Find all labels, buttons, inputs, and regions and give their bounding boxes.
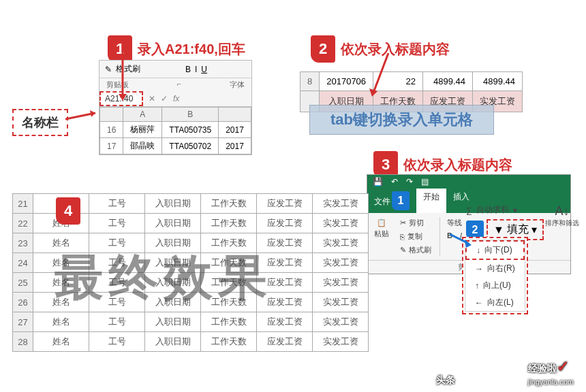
- namebar-label: 名称栏: [12, 109, 68, 136]
- fill-down-icon: ▼: [493, 224, 504, 236]
- arrow-to-namebox: [65, 109, 106, 129]
- paste-button[interactable]: 📋 粘贴: [371, 217, 392, 240]
- arrow-step1-down: [116, 52, 129, 106]
- fill-left-item[interactable]: ←向左(L): [465, 294, 525, 311]
- step3-title: 依次录入标题内容: [403, 156, 512, 174]
- fill-right-item[interactable]: →向右(R): [465, 260, 525, 277]
- check-icon: ✓: [557, 358, 569, 375]
- scissors-icon: ✂: [400, 218, 406, 227]
- sort-filter-button[interactable]: A↓ 排序和筛选: [545, 204, 579, 228]
- touch-icon[interactable]: ▤: [421, 177, 429, 186]
- copy-icon: ⎘: [400, 233, 405, 241]
- arrow-step2-down: [368, 53, 395, 101]
- cancel-icon[interactable]: ✕: [149, 94, 155, 103]
- sigma-icon[interactable]: ∑: [466, 206, 472, 215]
- svg-marker-1: [90, 110, 95, 117]
- font-group-label: 字体: [230, 80, 245, 90]
- fill-up-item[interactable]: ↑向上(U): [465, 277, 525, 294]
- font-select[interactable]: 等线: [446, 217, 463, 229]
- tab-file[interactable]: 文件1: [367, 189, 416, 213]
- cut-button[interactable]: ✂剪切: [399, 217, 433, 229]
- format-brush-button[interactable]: ✎格式刷: [399, 244, 433, 256]
- footer-brand: 经验啦✓ jingyanla.com: [528, 358, 574, 387]
- step1-title: 录入A21:f40,回车: [138, 40, 245, 59]
- arrow-left-icon: ←: [475, 298, 483, 308]
- brush-icon: ✎: [105, 65, 112, 74]
- quick-access-toolbar: 💾 ↶ ↷ ▤: [367, 175, 570, 189]
- arrow-up-icon: ↑: [475, 281, 479, 291]
- svg-marker-7: [465, 240, 472, 248]
- confirm-icon[interactable]: ✓: [161, 94, 168, 103]
- arrow-to-fill: [450, 230, 477, 250]
- save-icon[interactable]: 💾: [373, 177, 383, 186]
- step2-badge: 2: [311, 35, 335, 63]
- mini-sheet: AB 16杨丽萍TTA0507352017 17邵晶映TTA0507022017: [99, 107, 251, 154]
- step2-title: 依次录入标题内容: [341, 40, 450, 59]
- copy-button[interactable]: ⎘复制: [399, 231, 433, 242]
- footer-source: 头条: [436, 374, 455, 387]
- autosum-row: ∑自动求和▾: [466, 204, 517, 216]
- fx-icon[interactable]: fx: [173, 94, 179, 103]
- tab-overlay-text: tab键切换录入单元格: [309, 105, 494, 135]
- paste-icon: 📋: [377, 218, 386, 227]
- undo-icon[interactable]: ↶: [391, 177, 398, 186]
- svg-marker-3: [119, 94, 127, 101]
- redo-icon[interactable]: ↷: [406, 177, 413, 186]
- brush-icon: ✎: [400, 246, 406, 255]
- svg-line-4: [373, 53, 388, 93]
- arrow-right-icon: →: [475, 264, 483, 274]
- step4-badge: 4: [56, 197, 80, 225]
- tab-home[interactable]: 开始: [416, 189, 446, 213]
